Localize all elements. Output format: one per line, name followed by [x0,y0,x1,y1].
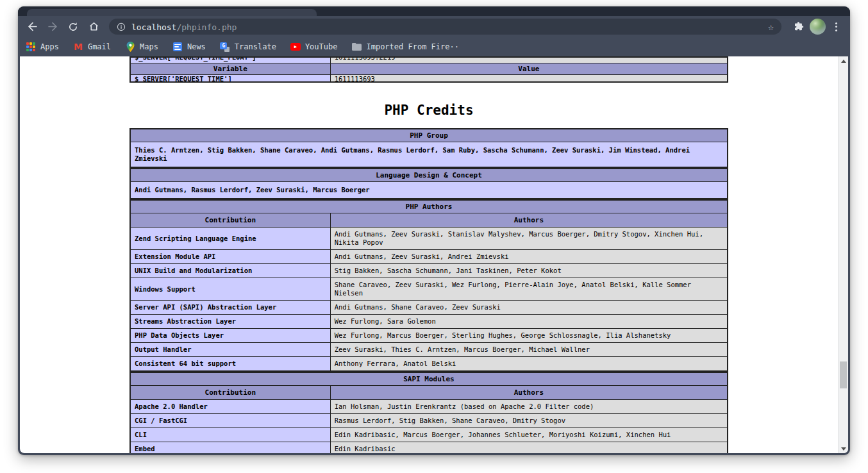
bookmarks-bar: Apps M Gmail Maps News G Translate ▶ You [18,37,850,56]
contribution-cell: Server API (SAPI) Abstraction Layer [130,301,330,315]
sapi-modules-table: SAPI Modules Contribution Authors Apache… [129,372,728,453]
column-header: Variable [130,63,330,75]
authors-cell: Zeev Suraski, Thies C. Arntzen, Marcus B… [330,343,728,357]
page-viewport: $_SERVER['REQUEST_TIME_FLOAT'] 161111369… [20,56,848,453]
bookmark-label: YouTube [305,42,338,51]
contribution-cell: Zend Scripting Language Engine [130,228,330,250]
table-row: EmbedEdin Kadribasic [130,442,728,454]
authors-cell: Anthony Ferrara, Anatol Belski [330,357,728,372]
php-variables-table: $_SERVER['REQUEST_TIME_FLOAT'] 161111369… [129,56,728,83]
youtube-icon: ▶ [290,42,301,52]
contribution-cell: Windows Support [130,278,330,301]
news-icon [172,42,183,52]
contribution-cell: Apache 2.0 Handler [130,400,330,414]
page-title: PHP Credits [20,103,838,118]
contribution-cell: Streams Abstraction Layer [130,315,330,329]
column-header: Authors [330,213,728,228]
language-design-table: Language Design & Concept Andi Gutmans, … [129,168,728,199]
back-button[interactable] [23,18,41,36]
bookmark-gmail[interactable]: M Gmail [73,42,111,52]
table-row: Extension Module APIAndi Gutmans, Zeev S… [130,250,728,264]
table-row: Apache 2.0 HandlerIan Holsman, Justin Er… [130,400,728,414]
maps-pin-icon [125,42,135,52]
gmail-icon: M [73,42,83,52]
php-group-members: Thies C. Arntzen, Stig Bakken, Shane Car… [130,142,728,168]
browser-toolbar: localhost/phpinfo.php ☆ [18,16,850,37]
section-header: PHP Group [130,129,728,142]
authors-cell: Edin Kadribasic [330,442,728,454]
bookmark-label: Imported From Fire·· [366,42,459,51]
table-row: CLIEdin Kadribasic, Marcus Boerger, Joha… [130,428,728,442]
authors-cell: Andi Gutmans, Shane Caraveo, Zeev Surask… [330,301,728,315]
bookmark-maps[interactable]: Maps [125,42,158,52]
section-header: PHP Authors [130,200,728,213]
php-group-table: PHP Group Thies C. Arntzen, Stig Bakken,… [129,128,728,168]
section-header: Language Design & Concept [130,169,728,182]
forward-arrow-icon [47,21,58,32]
scrollbar-up-arrow[interactable] [839,56,848,65]
table-row: UNIX Build and ModularizationStig Bakken… [130,264,728,278]
table-row: Streams Abstraction LayerWez Furlong, Sa… [130,315,728,329]
table-row: Windows SupportShane Caraveo, Zeev Suras… [130,278,728,301]
active-tab[interactable] [27,9,317,16]
authors-cell: Edin Kadribasic, Marcus Boerger, Johanne… [330,428,728,442]
bookmark-label: Translate [235,42,276,51]
extensions-puzzle-icon [793,21,804,32]
table-row: Consistent 64 bit supportAnthony Ferrara… [130,357,728,372]
contribution-cell: UNIX Build and Modularization [130,264,330,278]
table-header-row: Variable Value [130,63,728,75]
phpinfo-content: $_SERVER['REQUEST_TIME_FLOAT'] 161111369… [20,56,838,453]
scrollbar-down-arrow[interactable] [839,444,848,453]
translate-icon: G [220,42,230,52]
bookmark-star-icon[interactable]: ☆ [768,21,774,33]
column-header: Contribution [130,213,330,228]
bookmark-label: Gmail [88,42,111,51]
contribution-cell: PHP Data Objects Layer [130,329,330,343]
table-row: Zend Scripting Language EngineAndi Gutma… [130,228,728,250]
table-row-clipped-below: $_SERVER['REQUEST_TIME'] 1611113693 [130,75,728,83]
bookmark-news[interactable]: News [172,42,206,52]
table-row: Output HandlerZeev Suraski, Thies C. Arn… [130,343,728,357]
contribution-cell: Extension Module API [130,250,330,264]
bookmark-imported-folder[interactable]: Imported From Fire·· [351,42,459,52]
page-info-icon[interactable] [117,22,126,31]
profile-avatar[interactable] [810,19,826,35]
apps-grid-icon [26,42,36,52]
browser-window: localhost/phpinfo.php ☆ Apps M Gmail Map… [18,6,850,455]
bookmark-translate[interactable]: G Translate [220,42,276,52]
bookmark-youtube[interactable]: ▶ YouTube [290,42,338,52]
bookmark-apps[interactable]: Apps [26,42,59,52]
tab-strip [18,6,850,16]
folder-icon [351,42,362,52]
contribution-cell: Consistent 64 bit support [130,357,330,372]
address-bar[interactable]: localhost/phpinfo.php ☆ [109,19,781,35]
forward-button[interactable] [44,18,62,36]
table-row: CGI / FastCGIRasmus Lerdorf, Stig Bakken… [130,414,728,428]
authors-cell: Wez Furlong, Marcus Boerger, Sterling Hu… [330,329,728,343]
table-row: PHP Data Objects LayerWez Furlong, Marcu… [130,329,728,343]
browser-menu-button[interactable] [828,19,844,35]
column-header: Value [330,63,728,75]
url-host: localhost [131,22,176,32]
authors-cell: Andi Gutmans, Zeev Suraski, Andrei Zmiev… [330,250,728,264]
reload-button[interactable] [64,18,82,36]
bookmark-label: Maps [140,42,158,51]
table-row-clipped-above: $_SERVER['REQUEST_TIME_FLOAT'] 161111369… [130,57,728,63]
reload-icon [68,22,78,32]
column-header: Contribution [130,386,330,400]
back-arrow-icon [27,21,38,32]
bookmark-label: News [187,42,206,51]
scrollbar-thumb[interactable] [840,361,847,388]
page-scrollbar[interactable] [838,56,848,453]
url-path: /phpinfo.php [176,22,237,32]
contribution-cell: Output Handler [130,343,330,357]
authors-cell: Rasmus Lerdorf, Stig Bakken, Shane Carav… [330,414,728,428]
contribution-cell: CLI [130,428,330,442]
authors-cell: Andi Gutmans, Zeev Suraski, Stanislav Ma… [330,228,728,250]
authors-cell: Shane Caraveo, Zeev Suraski, Wez Furlong… [330,278,728,301]
home-button[interactable] [85,18,103,36]
authors-cell: Stig Bakken, Sascha Schumann, Jani Taski… [330,264,728,278]
section-header: SAPI Modules [130,372,728,386]
extensions-button[interactable] [789,18,807,36]
table-row: Server API (SAPI) Abstraction LayerAndi … [130,301,728,315]
